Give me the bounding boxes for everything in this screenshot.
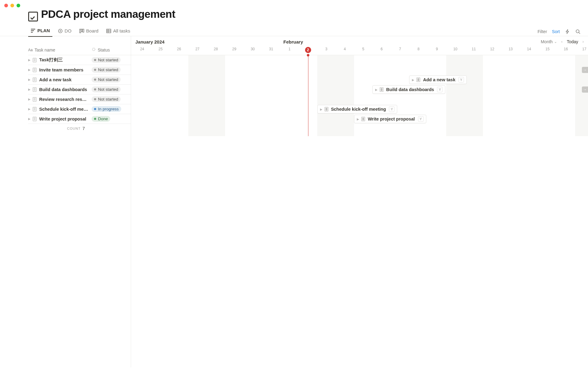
timeline-card[interactable]: ▶Schedule kick-off meetingY — [317, 105, 398, 113]
page-title: PDCA project management — [41, 8, 175, 20]
timeline-day[interactable]: 28 — [214, 47, 218, 51]
svg-point-12 — [576, 30, 579, 33]
timeline-card-title: Schedule kick-off meeting — [331, 107, 386, 112]
page-icon — [32, 107, 37, 112]
status-badge[interactable]: Not started — [92, 96, 121, 102]
automations-icon[interactable] — [565, 29, 570, 34]
assignee-chip[interactable]: Y — [458, 77, 464, 82]
target-icon — [58, 29, 63, 33]
timeline-offscreen-right-icon[interactable]: → — [582, 86, 588, 93]
expand-toggle-icon[interactable]: ▶ — [28, 117, 31, 121]
timeline-day[interactable]: 30 — [251, 47, 254, 51]
column-header-status[interactable]: Status — [89, 47, 131, 52]
timeline-prev-icon[interactable]: ‹ — [561, 40, 563, 44]
timeline-day[interactable]: 8 — [417, 47, 420, 51]
expand-toggle-icon[interactable]: ▶ — [375, 88, 378, 91]
timeline-next-icon[interactable]: › — [582, 40, 584, 44]
status-badge[interactable]: Not started — [92, 86, 121, 92]
timeline-day[interactable]: 26 — [177, 47, 181, 51]
timeline-card[interactable]: ▶Build data dashboardsY — [372, 85, 445, 94]
status-badge[interactable]: Done — [92, 116, 110, 122]
list-icon — [31, 28, 36, 33]
timeline-card[interactable]: ▶Add a new taskY — [409, 75, 467, 84]
timeline-header: January 2024 February Month ⌄ ‹ Today › … — [131, 36, 588, 55]
close-window-icon[interactable] — [4, 4, 8, 7]
timeline-day[interactable]: 25 — [159, 47, 163, 51]
expand-toggle-icon[interactable]: ▶ — [320, 108, 322, 111]
view-tab-plan[interactable]: PLAN — [28, 26, 52, 37]
timeline-card[interactable]: ▶Write project proposalY — [354, 115, 426, 123]
timeline-day[interactable]: 7 — [399, 47, 401, 51]
timeline-day[interactable]: 13 — [509, 47, 513, 51]
status-badge[interactable]: Not started — [92, 67, 121, 73]
assignee-chip[interactable]: Y — [389, 106, 394, 112]
column-header-task-name[interactable]: Aa Task name — [28, 48, 89, 52]
timeline-day[interactable]: 10 — [453, 47, 457, 51]
timeline-day-today[interactable]: 2 — [305, 47, 311, 53]
view-tab-all-tasks[interactable]: All tasks — [104, 26, 133, 36]
expand-toggle-icon[interactable]: ▶ — [28, 98, 31, 101]
status-badge[interactable]: Not started — [92, 57, 121, 63]
timeline-day[interactable]: 14 — [527, 47, 531, 51]
task-row[interactable]: ▶Review research resultsNot started — [28, 94, 131, 104]
view-tab-do[interactable]: DO — [55, 26, 74, 36]
expand-toggle-icon[interactable]: ▶ — [357, 117, 359, 121]
timeline-day[interactable]: 15 — [545, 47, 549, 51]
timeline-day[interactable]: 4 — [344, 47, 346, 51]
view-tab-board[interactable]: Board — [77, 26, 101, 36]
status-badge[interactable]: In progress — [92, 106, 121, 112]
svg-point-14 — [92, 48, 95, 51]
task-row[interactable]: ▶Invite team membersNot started — [28, 65, 131, 75]
timeline-weekend-column — [465, 55, 483, 136]
count-label: COUNT — [67, 127, 81, 130]
timeline-scale-picker[interactable]: Month ⌄ — [541, 39, 557, 44]
expand-toggle-icon[interactable]: ▶ — [28, 78, 31, 81]
timeline-day[interactable]: 3 — [325, 47, 327, 51]
timeline-day[interactable]: 1 — [288, 47, 291, 51]
timeline-day[interactable]: 12 — [490, 47, 494, 51]
timeline-weekend-column — [446, 55, 465, 136]
expand-toggle-icon[interactable]: ▶ — [412, 78, 414, 82]
task-name: Task打剑三 — [39, 57, 63, 63]
timeline-day[interactable]: 6 — [381, 47, 383, 51]
task-row[interactable]: ▶Task打剑三Not started — [28, 55, 131, 65]
status-dot-icon — [94, 79, 96, 81]
sort-button[interactable]: Sort — [552, 29, 560, 34]
task-row[interactable]: ▶Write project proposalDone — [28, 114, 131, 124]
timeline-panel: January 2024 February Month ⌄ ‹ Today › … — [131, 36, 588, 367]
task-row[interactable]: ▶Build data dashboardsNot started — [28, 85, 131, 94]
timeline-offscreen-right-icon[interactable]: → — [582, 67, 588, 73]
expand-toggle-icon[interactable]: ▶ — [28, 68, 31, 71]
timeline-day[interactable]: 5 — [362, 47, 364, 51]
timeline-today-button[interactable]: Today — [567, 39, 578, 44]
view-tab-label: PLAN — [37, 28, 50, 33]
timeline-day[interactable]: 9 — [436, 47, 438, 51]
expand-toggle-icon[interactable]: ▶ — [28, 88, 31, 91]
task-name: Build data dashboards — [39, 87, 87, 92]
page-icon — [324, 107, 329, 112]
timeline-day[interactable]: 31 — [269, 47, 273, 51]
minimize-window-icon[interactable] — [10, 4, 14, 7]
assignee-chip[interactable]: Y — [418, 116, 424, 122]
filter-button[interactable]: Filter — [537, 29, 547, 34]
timeline-day[interactable]: 11 — [472, 47, 476, 51]
timeline-body[interactable]: →▶Add a new taskY▶Build data dashboardsY… — [131, 55, 588, 136]
timeline-weekend-column — [188, 55, 207, 136]
assignee-chip[interactable]: Y — [437, 87, 443, 92]
timeline-day[interactable]: 27 — [195, 47, 199, 51]
timeline-card-title: Add a new task — [423, 77, 455, 82]
timeline-day[interactable]: 29 — [232, 47, 236, 51]
timeline-day[interactable]: 16 — [564, 47, 568, 51]
status-label: In progress — [98, 107, 119, 111]
timeline-day[interactable]: 17 — [582, 47, 586, 51]
maximize-window-icon[interactable] — [17, 4, 20, 7]
expand-toggle-icon[interactable]: ▶ — [28, 58, 31, 62]
expand-toggle-icon[interactable]: ▶ — [28, 107, 31, 111]
task-row[interactable]: ▶Schedule kick-off meetingIn progress — [28, 104, 131, 114]
status-badge[interactable]: Not started — [92, 77, 121, 82]
task-row[interactable]: ▶Add a new taskNot started — [28, 75, 131, 85]
view-tab-label: Board — [86, 28, 98, 33]
timeline-card-title: Write project proposal — [368, 117, 415, 121]
search-icon[interactable] — [575, 29, 581, 34]
timeline-day[interactable]: 24 — [140, 47, 144, 51]
